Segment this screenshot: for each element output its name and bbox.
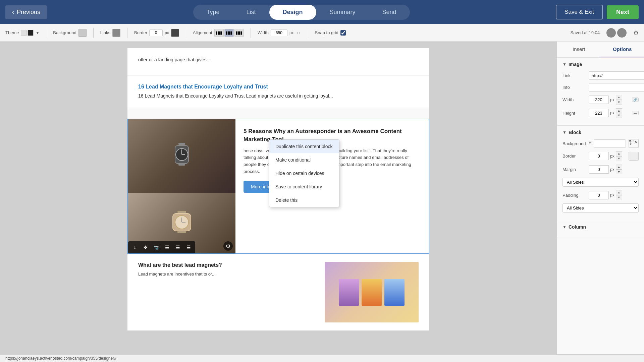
block-two-col: ↕ ✥ 📷 ☰ ☰ ☰ ⚙ 5 Reasons Why an Autorespo… bbox=[127, 119, 429, 254]
theme-dropdown-arrow[interactable]: ▼ bbox=[36, 31, 39, 35]
block-border-input[interactable] bbox=[589, 152, 609, 160]
block-margin-input[interactable] bbox=[589, 165, 609, 174]
previous-button[interactable]: ‹ Previous bbox=[5, 5, 47, 19]
truncated-text: offer or a landing page that gives... bbox=[138, 56, 419, 63]
background-item: Background bbox=[53, 29, 86, 37]
border-input[interactable] bbox=[149, 29, 163, 36]
align-left-tool-button[interactable]: ☰ bbox=[162, 243, 172, 252]
magazine-cover-2 bbox=[362, 279, 382, 306]
tab-send[interactable]: Send bbox=[369, 5, 410, 20]
expand-width-icon[interactable]: ↔ bbox=[296, 30, 301, 36]
column-section-header[interactable]: ▼ Column bbox=[562, 224, 639, 230]
context-menu-hide-devices[interactable]: Hide on certain devices bbox=[269, 167, 339, 180]
block-margin-unit: px bbox=[609, 167, 616, 172]
block-truncated: offer or a landing page that gives... bbox=[127, 48, 429, 76]
block-toolbar: ↕ ✥ 📷 ☰ ☰ ☰ bbox=[128, 241, 195, 253]
img-width-down[interactable]: ▼ bbox=[616, 100, 622, 105]
context-menu-duplicate[interactable]: Duplicate this content block bbox=[269, 140, 339, 153]
link-dimensions-button[interactable]: 🔗 bbox=[632, 98, 639, 102]
block-margin-sides-row: All Sides bbox=[562, 178, 639, 187]
settings-icon[interactable]: ⚙ bbox=[633, 29, 639, 37]
tab-design[interactable]: Design bbox=[269, 5, 316, 20]
status-bar: https://johanclaeys.activehosted.com/cam… bbox=[0, 354, 644, 362]
border-color-swatch[interactable] bbox=[171, 29, 179, 37]
img-height-field-row: Height px ▲ ▼ ― bbox=[562, 108, 639, 118]
image-section-header[interactable]: ▼ Image bbox=[562, 62, 639, 67]
image-tool-button[interactable]: 📷 bbox=[152, 243, 161, 252]
link-field-row: Link ⚙ bbox=[562, 71, 639, 80]
block-margin-down[interactable]: ▼ bbox=[616, 170, 622, 175]
user-avatars bbox=[606, 28, 627, 38]
context-menu-conditional[interactable]: Make conditional bbox=[269, 153, 339, 167]
content-area: offer or a landing page that gives... 16… bbox=[0, 42, 557, 362]
background-swatch[interactable] bbox=[78, 29, 87, 37]
svg-rect-6 bbox=[177, 211, 186, 213]
article-link[interactable]: 16 Lead Magnets that Encourage Loyalty a… bbox=[138, 84, 419, 90]
tab-list[interactable]: List bbox=[233, 5, 269, 20]
img-width-wrapper: px ▲ ▼ bbox=[589, 95, 629, 105]
image-section-title: Image bbox=[569, 62, 582, 67]
block-border-wrapper: px ▲ ▼ bbox=[589, 151, 626, 161]
block-padding-sides-select[interactable]: All Sides bbox=[562, 203, 639, 213]
block-margin-label: Margin bbox=[562, 167, 586, 172]
block-padding-up[interactable]: ▲ bbox=[616, 190, 622, 195]
image-section: ▼ Image Link ⚙ Info Width px ▲ ▼ bbox=[557, 58, 644, 126]
block-bg-swatch[interactable]: ');"> bbox=[629, 139, 639, 148]
link-input[interactable] bbox=[589, 71, 644, 80]
magazine-stack bbox=[325, 262, 419, 322]
info-field-row: Info bbox=[562, 83, 639, 92]
image-section-toggle: ▼ bbox=[562, 62, 567, 67]
context-menu-save-library[interactable]: Save to content library bbox=[269, 180, 339, 193]
img-width-up[interactable]: ▲ bbox=[616, 95, 622, 100]
watch-image-top[interactable] bbox=[128, 119, 235, 193]
snap-checkbox[interactable] bbox=[340, 30, 346, 36]
img-width-label: Width bbox=[562, 97, 586, 102]
panel-tab-insert[interactable]: Insert bbox=[557, 42, 601, 57]
block-border-down[interactable]: ▼ bbox=[616, 156, 622, 161]
align-center-tool-button[interactable]: ☰ bbox=[173, 243, 182, 252]
toolbar-divider-5 bbox=[251, 28, 251, 38]
avatar-2 bbox=[617, 28, 627, 38]
save-exit-button[interactable]: Save & Exit bbox=[556, 5, 603, 19]
move-tool-button[interactable]: ↕ bbox=[130, 243, 140, 252]
block-border-swatch[interactable] bbox=[629, 152, 639, 161]
block-margin-sides-select[interactable]: All Sides bbox=[562, 178, 639, 187]
align-center-button[interactable]: ▮▮▮ bbox=[224, 29, 234, 37]
link-label: Link bbox=[562, 73, 586, 78]
links-item: Links bbox=[100, 29, 120, 37]
right-panel: Insert Options ▼ Image Link ⚙ Info Width bbox=[557, 42, 644, 362]
block-section-header[interactable]: ▼ Block bbox=[562, 130, 639, 135]
block-border-arrows: ▲ ▼ bbox=[616, 151, 622, 161]
block-bg-input[interactable] bbox=[594, 139, 626, 148]
context-menu-delete[interactable]: Delete this bbox=[269, 193, 339, 207]
width-input[interactable] bbox=[271, 29, 287, 36]
gear-overlay[interactable]: ⚙ bbox=[223, 241, 233, 251]
align-right-button[interactable]: ▮▮▮ bbox=[234, 29, 244, 37]
align-right-tool-button[interactable]: ☰ bbox=[184, 243, 193, 252]
nav-tabs: Type List Design Summary Send bbox=[193, 5, 410, 20]
block-padding-input[interactable] bbox=[589, 191, 609, 199]
align-left-button[interactable]: ▮▮▮ bbox=[214, 29, 224, 37]
tab-summary[interactable]: Summary bbox=[316, 5, 369, 20]
block-margin-up[interactable]: ▲ bbox=[616, 165, 622, 170]
img-height-down[interactable]: ▼ bbox=[616, 113, 622, 118]
theme-item: Theme ▼ bbox=[5, 30, 39, 36]
unlink-dimensions-button[interactable]: ― bbox=[632, 111, 639, 115]
block-bg-hash: # bbox=[589, 141, 591, 146]
panel-tab-options[interactable]: Options bbox=[601, 42, 644, 57]
saved-text: Saved at 19:04 bbox=[571, 30, 600, 35]
img-width-input[interactable] bbox=[589, 96, 609, 104]
watch-svg-bottom bbox=[170, 208, 194, 238]
next-button[interactable]: Next bbox=[607, 5, 639, 19]
img-height-up[interactable]: ▲ bbox=[616, 108, 622, 113]
img-height-input[interactable] bbox=[589, 109, 609, 117]
block-border-up[interactable]: ▲ bbox=[616, 151, 622, 156]
context-menu: Duplicate this content block Make condit… bbox=[269, 139, 339, 207]
select-tool-button[interactable]: ✥ bbox=[141, 243, 150, 252]
tab-type[interactable]: Type bbox=[193, 5, 233, 20]
info-input[interactable] bbox=[589, 83, 644, 92]
links-swatch[interactable] bbox=[112, 29, 120, 37]
block-margin-arrows: ▲ ▼ bbox=[616, 165, 622, 175]
theme-preview[interactable] bbox=[21, 30, 34, 36]
block-padding-down[interactable]: ▼ bbox=[616, 195, 622, 200]
